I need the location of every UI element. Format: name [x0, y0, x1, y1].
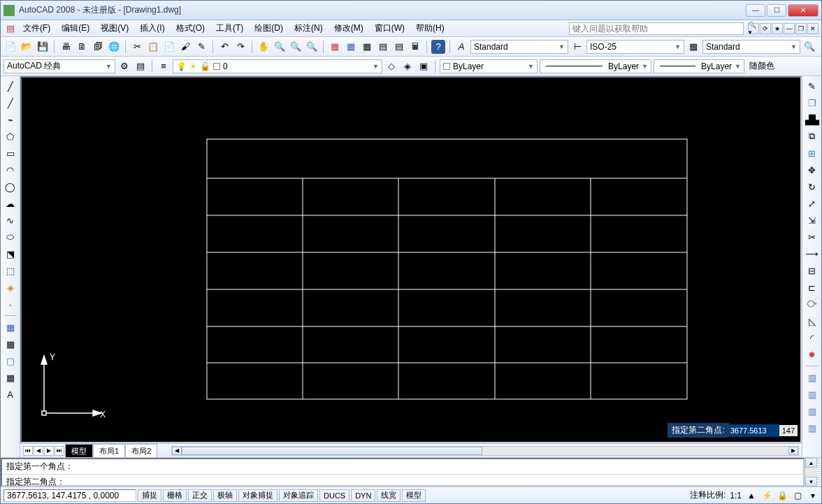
minimize-button[interactable]: —: [746, 4, 765, 17]
menu-format[interactable]: 格式(O): [171, 21, 210, 36]
zoom-window-icon[interactable]: 🔍: [289, 40, 303, 54]
comm-center-icon[interactable]: ⟳: [760, 23, 771, 34]
clean-screen-icon[interactable]: ▾: [807, 490, 819, 501]
palette2-icon[interactable]: ▥: [805, 387, 819, 401]
menu-draw[interactable]: 绘图(D): [249, 21, 289, 36]
workspace-save-icon[interactable]: ▤: [134, 59, 147, 73]
app-menu-icon[interactable]: ▤: [3, 22, 17, 36]
save-icon[interactable]: 💾: [36, 40, 50, 54]
toggle-lwt[interactable]: 线宽: [377, 489, 401, 502]
undo-icon[interactable]: ↶: [217, 40, 231, 54]
table-icon[interactable]: ▦: [3, 370, 17, 384]
ellipse-icon[interactable]: ⬭: [3, 230, 17, 244]
tab-last-icon[interactable]: ⏭: [55, 446, 64, 456]
layer-states-icon[interactable]: ◈: [401, 59, 414, 73]
ellipse-arc-icon[interactable]: ⬔: [3, 247, 17, 261]
markup-icon[interactable]: ▤: [392, 40, 406, 54]
redo-icon[interactable]: ↷: [233, 40, 247, 54]
text-style-icon[interactable]: A: [454, 40, 468, 54]
arc-icon[interactable]: ◠: [3, 163, 17, 177]
layer-manager-icon[interactable]: ≡: [157, 59, 171, 73]
sheet-set-icon[interactable]: ▤: [376, 40, 390, 54]
menu-edit[interactable]: 编辑(E): [56, 21, 95, 36]
dyn-prompt-input[interactable]: [729, 424, 779, 437]
menu-help[interactable]: 帮助(H): [410, 21, 450, 36]
mirror-icon[interactable]: ▟▙: [805, 113, 819, 127]
toggle-polar[interactable]: 极轴: [213, 489, 237, 502]
palette4-icon[interactable]: ▥: [805, 421, 819, 435]
zoom-previous-icon[interactable]: 🔍: [305, 40, 319, 54]
tool-palettes-icon[interactable]: ▦: [360, 40, 374, 54]
drawing-canvas[interactable]: Y X 指定第二角点: 147: [20, 76, 802, 443]
layer-match-icon[interactable]: ▣: [417, 59, 431, 73]
vscroll-down-icon[interactable]: ▼: [805, 477, 817, 487]
tab-layout2[interactable]: 布局2: [125, 444, 157, 458]
break-icon[interactable]: ⊏: [805, 280, 819, 294]
layer-combo[interactable]: 💡 ☀ 🔓 0 ▼: [173, 59, 382, 73]
command-vscrollbar[interactable]: ▲ ▼: [805, 458, 817, 487]
circle-icon[interactable]: ◯: [3, 180, 17, 194]
designcenter-icon[interactable]: ▦: [344, 40, 358, 54]
toggle-otrack[interactable]: 对象追踪: [279, 489, 318, 502]
line-icon[interactable]: ╱: [3, 79, 17, 93]
print-icon[interactable]: 🖶: [59, 40, 73, 54]
copy-obj-icon[interactable]: ❐: [805, 96, 819, 110]
toggle-model[interactable]: 模型: [402, 489, 426, 502]
scale-icon[interactable]: ⤢: [805, 196, 819, 210]
menu-insert[interactable]: 插入(I): [134, 21, 170, 36]
polyline-icon[interactable]: ⌁: [3, 113, 17, 127]
annot-vis-icon[interactable]: ⚡: [761, 490, 772, 501]
mtext-icon[interactable]: A: [3, 387, 17, 401]
insert-block-icon[interactable]: ⬚: [3, 264, 17, 278]
command-lines[interactable]: 指定第一个角点： 指定第二角点：: [1, 458, 805, 487]
linetype-combo[interactable]: ByLayer▼: [540, 59, 651, 73]
toggle-dyn[interactable]: DYN: [351, 489, 375, 502]
menu-tools[interactable]: 工具(T): [210, 21, 249, 36]
palette3-icon[interactable]: ▥: [805, 404, 819, 418]
polygon-icon[interactable]: ⬠: [3, 129, 17, 143]
trim-icon[interactable]: ✂: [805, 230, 819, 244]
revcloud-icon[interactable]: ☁: [3, 196, 17, 210]
spline-icon[interactable]: ∿: [3, 213, 17, 227]
hatch-icon[interactable]: ▦: [3, 320, 17, 334]
menu-modify[interactable]: 修改(M): [329, 21, 369, 36]
copy-icon[interactable]: 📋: [146, 40, 160, 54]
palette1-icon[interactable]: ▥: [805, 370, 819, 384]
annot-scale-icon[interactable]: ▲: [746, 490, 757, 501]
open-icon[interactable]: 📂: [20, 40, 34, 54]
workspace-settings-icon[interactable]: ⚙: [117, 59, 131, 73]
maximize-button[interactable]: ☐: [767, 4, 786, 17]
fillet-icon[interactable]: ◜: [805, 331, 819, 345]
array-icon[interactable]: ⊞: [805, 146, 819, 160]
print-preview-icon[interactable]: 🗎: [75, 40, 89, 54]
region-icon[interactable]: ▢: [3, 354, 17, 368]
lineweight-combo[interactable]: ByLayer▼: [654, 59, 744, 73]
menu-dimension[interactable]: 标注(N): [289, 21, 329, 36]
properties-icon[interactable]: ▦: [328, 40, 342, 54]
status-tray-icon[interactable]: ▢: [792, 490, 803, 501]
table-style-combo[interactable]: Standard▼: [702, 40, 800, 54]
annot-scale-value[interactable]: 1:1: [730, 491, 742, 501]
publish-icon[interactable]: 🗐: [91, 40, 105, 54]
table-style-icon[interactable]: ▦: [686, 40, 700, 54]
gradient-icon[interactable]: ▦: [3, 337, 17, 351]
coordinates-display[interactable]: 3677.5613, 147.4175 , 0.0000: [3, 489, 136, 502]
erase-icon[interactable]: ✎: [805, 79, 819, 93]
toggle-ducs[interactable]: DUCS: [319, 489, 349, 502]
explode-icon[interactable]: ✸: [805, 347, 819, 361]
toggle-osnap[interactable]: 对象捕捉: [238, 489, 277, 502]
rotate-icon[interactable]: ↻: [805, 180, 819, 194]
toggle-ortho[interactable]: 正交: [188, 489, 212, 502]
tab-prev-icon[interactable]: ◀: [34, 446, 43, 456]
hscrollbar[interactable]: ◀ ▶: [171, 446, 799, 456]
menu-view[interactable]: 视图(V): [95, 21, 134, 36]
break-point-icon[interactable]: ⊟: [805, 264, 819, 278]
new-icon[interactable]: 📄: [3, 40, 17, 54]
search-icon[interactable]: 🔍▾: [748, 23, 759, 34]
block-editor-icon[interactable]: ✎: [194, 40, 208, 54]
layer-prev-icon[interactable]: ◇: [384, 59, 398, 73]
vscroll-up-icon[interactable]: ▲: [805, 458, 817, 468]
point-icon[interactable]: ·: [3, 297, 17, 311]
doc-restore-button[interactable]: ❐: [795, 23, 807, 34]
tab-layout1[interactable]: 布局1: [93, 444, 125, 458]
